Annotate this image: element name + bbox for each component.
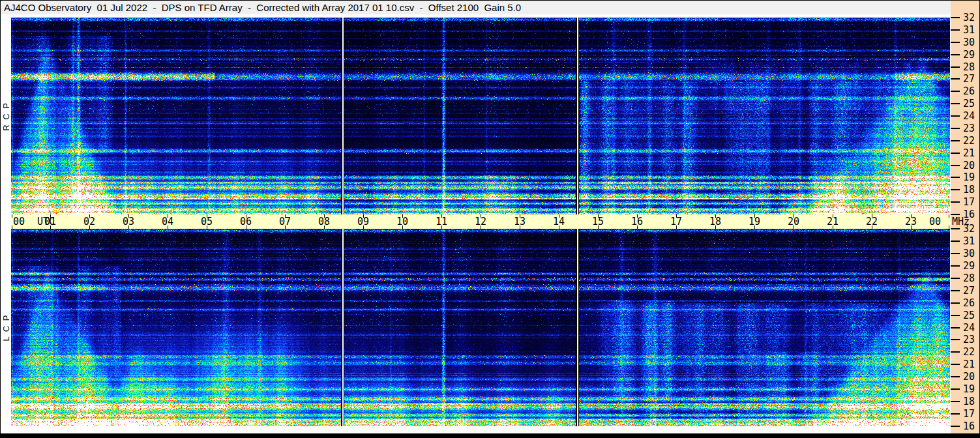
hour-label: 08 [318, 216, 330, 227]
freq-tick [951, 228, 960, 229]
freq-label: 31 [963, 24, 975, 36]
freq-label: 19 [963, 171, 975, 183]
freq-label: 17 [963, 408, 975, 420]
lcp-axis-label-box: L C P [1, 229, 11, 426]
freq-label: 18 [963, 396, 975, 407]
title-bar: AJ4CO Observatory 01 Jul 2022 - DPS on T… [1, 1, 951, 14]
freq-label: 32 [963, 223, 975, 235]
freq-tick [951, 140, 960, 141]
freq-label: 20 [963, 371, 975, 383]
freq-tick [951, 214, 960, 215]
hour-label: 19 [749, 216, 760, 227]
freq-label: 32 [963, 12, 975, 23]
freq-tick [951, 265, 960, 267]
freq-tick [951, 78, 960, 80]
freq-label: 27 [963, 285, 975, 297]
freq-label: 28 [963, 61, 975, 73]
freq-label: 26 [963, 297, 975, 309]
hour-label: 17 [670, 216, 682, 227]
hour-label: 02 [83, 216, 95, 227]
freq-tick [951, 253, 960, 254]
freq-tick [951, 201, 960, 203]
freq-tick [951, 302, 960, 304]
hour-tick [949, 214, 949, 218]
freq-label: 17 [963, 196, 975, 208]
freq-tick [951, 189, 960, 190]
hour-label: 12 [475, 216, 486, 227]
hour-tick [949, 226, 949, 229]
freq-label: 22 [963, 135, 975, 147]
freq-label: 20 [963, 160, 975, 171]
hour-label: 03 [123, 216, 134, 227]
freq-tick [951, 315, 960, 316]
freq-tick [951, 351, 960, 353]
freq-label: 31 [963, 235, 975, 247]
hour-label: 04 [162, 216, 173, 227]
hour-label: 23 [905, 216, 917, 227]
hour-label: 18 [709, 216, 721, 227]
freq-tick [951, 278, 960, 279]
freq-label: 26 [963, 85, 975, 97]
hour-label: 09 [357, 216, 369, 227]
rcp-axis-label-box: R C P [1, 18, 11, 214]
freq-tick [951, 66, 960, 68]
hour-label: 11 [436, 216, 447, 227]
freq-tick [951, 241, 960, 242]
hour-label: 16 [631, 216, 643, 227]
freq-tick [951, 17, 960, 18]
freq-label: 28 [963, 272, 975, 284]
freq-tick [951, 103, 960, 104]
freq-label: 18 [963, 184, 975, 196]
freq-label: 21 [963, 358, 975, 370]
lcp-axis-label: L C P [1, 314, 11, 341]
freq-tick [951, 339, 960, 340]
hour-tick [12, 214, 12, 218]
hour-tick [12, 226, 12, 229]
freq-tick [951, 388, 960, 390]
freq-tick [951, 128, 960, 129]
freq-tick [951, 426, 960, 427]
freq-tick [951, 29, 960, 31]
freq-tick [951, 177, 960, 178]
freq-label: 24 [963, 110, 975, 122]
freq-label: 29 [963, 260, 975, 272]
bottom-border [1, 433, 979, 437]
rcp-spectrogram [11, 18, 950, 214]
freq-tick [951, 364, 960, 365]
freq-label: 23 [963, 123, 975, 134]
spectrograph-window: AJ4CO Observatory 01 Jul 2022 - DPS on T… [0, 0, 980, 438]
freq-tick [951, 327, 960, 328]
hour-label: 01 [44, 216, 56, 227]
freq-tick [951, 115, 960, 117]
rcp-axis-label: R C P [1, 102, 11, 131]
freq-label: 19 [963, 383, 975, 395]
freq-tick [951, 42, 960, 43]
freq-tick [951, 401, 960, 402]
hour-label: 20 [788, 216, 799, 227]
freq-tick [951, 91, 960, 92]
freq-label: 25 [963, 310, 975, 321]
freq-label: 16 [963, 209, 975, 220]
freq-label: 21 [963, 147, 975, 159]
hour-label: 00 [929, 216, 941, 227]
time-axis: UTC 000102030405060708091011121314151617… [11, 214, 950, 229]
hour-label: 21 [827, 216, 839, 227]
freq-tick [951, 376, 960, 377]
window-title: AJ4CO Observatory 01 Jul 2022 - DPS on T… [1, 2, 521, 13]
freq-label: 30 [963, 36, 975, 48]
freq-label: 16 [963, 420, 975, 432]
freq-label: 30 [963, 248, 975, 259]
hour-label: 07 [279, 216, 291, 227]
freq-label: 22 [963, 346, 975, 358]
hour-label: 05 [201, 216, 213, 227]
hour-label: 22 [866, 216, 878, 227]
freq-tick [951, 165, 960, 166]
freq-tick [951, 413, 960, 415]
hour-label: 10 [396, 216, 408, 227]
freq-tick [951, 290, 960, 291]
frequency-axis: MHz 323130292827262524232221201918171632… [951, 1, 979, 433]
freq-label: 23 [963, 334, 975, 345]
hour-label: 13 [514, 216, 526, 227]
hour-label: 00 [13, 216, 25, 227]
freq-label: 29 [963, 49, 975, 61]
